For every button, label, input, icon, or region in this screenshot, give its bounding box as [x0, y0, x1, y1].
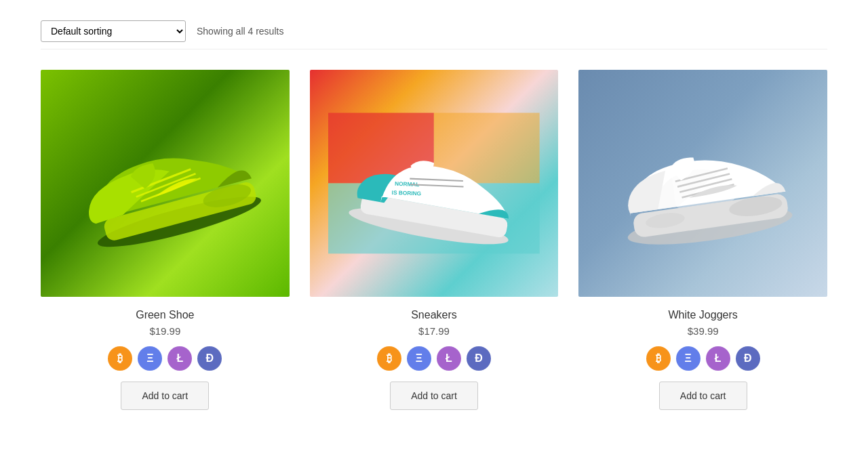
product-name-white-joggers: White Joggers [669, 309, 738, 321]
add-to-cart-white-joggers[interactable]: Add to cart [659, 382, 747, 410]
btc-icon-2[interactable]: ₿ [377, 346, 401, 371]
dash-icon-2[interactable]: Đ [467, 346, 491, 371]
product-image-white-joggers[interactable] [578, 70, 827, 297]
eth-icon[interactable]: Ξ [138, 346, 162, 371]
product-image-green-shoe[interactable] [41, 70, 290, 297]
product-card-sneakers: NORMAL IS BORING Sneakers $17 [310, 70, 559, 410]
ltc-icon-3[interactable]: Ł [706, 346, 730, 371]
svg-text:IS BORING: IS BORING [392, 189, 422, 197]
crypto-icons-white-joggers: ₿ Ξ Ł Đ [646, 346, 760, 371]
btc-icon-3[interactable]: ₿ [646, 346, 671, 371]
ltc-icon[interactable]: Ł [167, 346, 192, 371]
eth-icon-3[interactable]: Ξ [676, 346, 701, 371]
btc-icon[interactable]: ₿ [108, 346, 132, 371]
result-count: Showing all 4 results [197, 26, 283, 37]
product-price-sneakers: $17.99 [418, 325, 450, 337]
products-grid: Green Shoe $19.99 ₿ Ξ Ł Đ Add to cart [41, 70, 827, 410]
product-price-white-joggers: $39.99 [688, 325, 719, 337]
eth-icon-2[interactable]: Ξ [407, 346, 431, 371]
product-card-white-joggers: White Joggers $39.99 ₿ Ξ Ł Đ Add to cart [578, 70, 827, 410]
sort-select[interactable]: Default sorting Sort by popularity Sort … [41, 20, 186, 42]
product-name-green-shoe: Green Shoe [136, 309, 194, 321]
product-price-green-shoe: $19.99 [149, 325, 180, 337]
svg-text:NORMAL: NORMAL [395, 180, 420, 188]
crypto-icons-green-shoe: ₿ Ξ Ł Đ [108, 346, 222, 371]
dash-icon-3[interactable]: Đ [736, 346, 760, 371]
ltc-icon-2[interactable]: Ł [437, 346, 461, 371]
page-wrapper: Default sorting Sort by popularity Sort … [0, 0, 868, 437]
crypto-icons-sneakers: ₿ Ξ Ł Đ [377, 346, 491, 371]
toolbar: Default sorting Sort by popularity Sort … [41, 14, 827, 49]
product-image-sneakers[interactable]: NORMAL IS BORING [310, 70, 559, 297]
product-card-green-shoe: Green Shoe $19.99 ₿ Ξ Ł Đ Add to cart [41, 70, 290, 410]
dash-icon[interactable]: Đ [197, 346, 222, 371]
add-to-cart-sneakers[interactable]: Add to cart [390, 382, 478, 410]
add-to-cart-green-shoe[interactable]: Add to cart [121, 382, 209, 410]
product-name-sneakers: Sneakers [411, 309, 457, 321]
